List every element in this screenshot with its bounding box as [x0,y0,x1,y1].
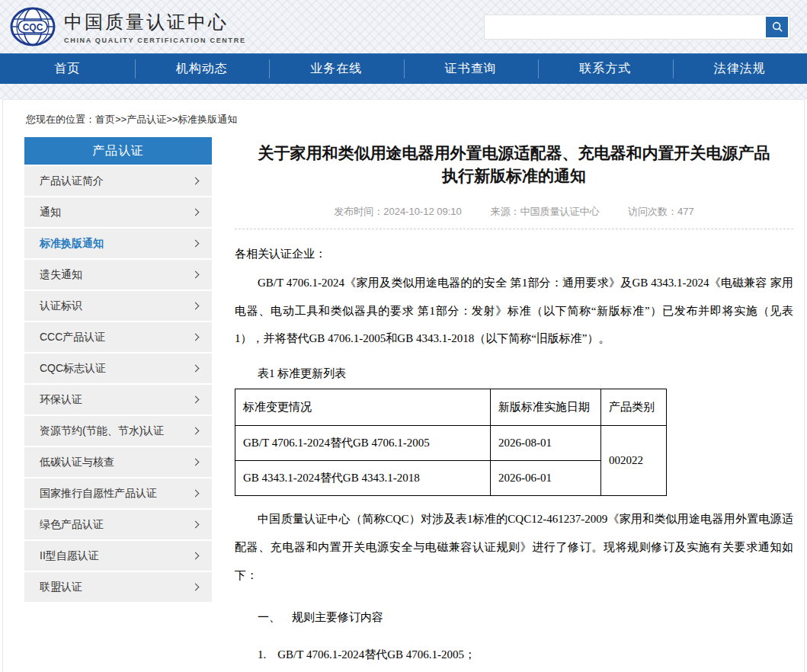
nav-item-laws[interactable]: 法律法规 [673,54,807,84]
divider-band [0,84,807,99]
sidebar-item-loss-notice[interactable]: 遗失通知 [24,260,212,290]
sidebar-item-resource-saving[interactable]: 资源节约(节能、节水)认证 [24,416,212,446]
sidebar-title: 产品认证 [24,137,212,165]
paragraph-standards: GB/T 4706.1-2024《家用及类似用途电器的的安全 第1部分：通用要求… [235,269,793,353]
sidebar-item-intro[interactable]: 产品认证简介 [24,166,212,196]
cell-date-1: 2026-08-01 [491,426,601,461]
cqc-globe-icon: CQC [9,6,56,47]
cell-change-1: GB/T 4706.1-2024替代GB 4706.1-2005 [235,426,491,461]
standards-update-table: 标准变更情况 新版标准实施日期 产品类别 GB/T 4706.1-2024替代G… [235,389,667,496]
logo-name-cn: 中国质量认证中心 [64,10,246,34]
cell-change-2: GB 4343.1-2024替代GB 4343.1-2018 [235,461,491,496]
section-heading: 一、 规则主要修订内容 [235,610,793,625]
nav-item-cert-query[interactable]: 证书查询 [404,54,539,84]
col-header-change: 标准变更情况 [235,389,491,426]
search-bar [484,14,790,40]
list-item-1: 1. GB/T 4706.1-2024替代GB 4706.1-2005； [235,648,793,662]
sidebar-item-ccc[interactable]: CCC产品认证 [24,322,212,352]
chevron-right-icon [192,209,200,216]
nav-item-online[interactable]: 业务在线 [269,54,404,84]
sidebar-item-standard-change-notice[interactable]: 标准换版通知 [24,229,212,258]
main-nav: 首页 机构动态 业务在线 证书查询 联系方式 法律法规 [0,53,807,84]
sidebar-item-eco[interactable]: 环保认证 [24,385,212,414]
chevron-right-icon [192,552,200,560]
source: 来源：中国质量认证中心 [490,206,599,217]
sidebar-item-low-carbon[interactable]: 低碳认证与核查 [24,447,212,477]
search-button[interactable] [766,17,788,37]
chevron-right-icon [192,178,200,185]
cell-category: 002022 [601,426,667,496]
sidebar-item-type2-voluntary[interactable]: II型自愿认证 [24,541,212,571]
nav-item-home[interactable]: 首页 [0,54,135,84]
sidebar-item-alliance[interactable]: 联盟认证 [24,572,212,602]
chevron-right-icon [192,334,200,341]
sidebar-item-notice[interactable]: 通知 [24,197,212,227]
article-title: 关于家用和类似用途电器用外置电源适配器、充电器和内置开关电源产品执行新版标准的通… [258,142,770,188]
nav-item-contact[interactable]: 联系方式 [538,54,673,84]
chevron-right-icon [192,459,200,466]
breadcrumb-label: 您现在的位置： [26,114,95,125]
search-icon [771,21,783,33]
sidebar: 产品认证 产品认证简介 通知 标准换版通知 遗失通知 认证标识 CCC产品认证 … [24,137,212,602]
content-panel: 您现在的位置：首页>>产品认证>>标准换版通知 产品认证 产品认证简介 通知 标… [2,99,805,672]
chevron-right-icon [192,302,200,310]
chevron-right-icon [192,240,200,248]
breadcrumb: 您现在的位置：首页>>产品认证>>标准换版通知 [26,113,798,126]
article: 关于家用和类似用途电器用外置电源适配器、充电器和内置开关电源产品执行新版标准的通… [235,137,793,672]
site-header: CQC 中国质量认证中心 CHINA QUALITY CERTIFICATION… [0,0,807,53]
chevron-right-icon [192,490,200,498]
sidebar-item-green-product[interactable]: 绿色产品认证 [24,510,212,539]
chevron-right-icon [192,396,200,404]
breadcrumb-path[interactable]: 首页>>产品认证>>标准换版通知 [95,114,237,125]
svg-text:CQC: CQC [23,22,43,33]
col-header-category: 产品类别 [601,389,667,426]
logo-name-en: CHINA QUALITY CERTIFICATION CENTRE [64,37,246,44]
table-row: GB/T 4706.1-2024替代GB 4706.1-2005 2026-08… [235,426,667,461]
search-input[interactable] [485,15,766,39]
table-caption: 表1 标准更新列表 [235,366,793,381]
article-meta: 发布时间：2024-10-12 09:10 来源：中国质量认证中心 访问次数：4… [235,205,793,229]
chevron-right-icon [192,365,200,373]
sidebar-item-cert-mark[interactable]: 认证标识 [24,291,212,321]
publish-time: 发布时间：2024-10-12 09:10 [334,206,462,217]
nav-item-news[interactable]: 机构动态 [135,54,270,84]
paragraph-revision: 中国质量认证中心（简称CQC）对涉及表1标准的CQC12-461237-2009… [235,505,793,589]
chevron-right-icon [192,271,200,279]
site-logo[interactable]: CQC 中国质量认证中心 CHINA QUALITY CERTIFICATION… [9,6,246,47]
visit-count: 访问次数：477 [628,206,694,217]
table-header-row: 标准变更情况 新版标准实施日期 产品类别 [235,389,667,426]
sidebar-item-cqc-mark[interactable]: CQC标志认证 [24,354,212,383]
cell-date-2: 2026-06-01 [491,461,601,496]
sidebar-item-national-voluntary[interactable]: 国家推行自愿性产品认证 [24,478,212,508]
col-header-date: 新版标准实施日期 [491,389,601,426]
chevron-right-icon [192,427,200,435]
chevron-right-icon [192,584,200,591]
chevron-right-icon [192,521,200,529]
salutation: 各相关认证企业： [235,245,793,263]
article-body: 各相关认证企业： GB/T 4706.1-2024《家用及类似用途电器的的安全 … [235,245,793,672]
